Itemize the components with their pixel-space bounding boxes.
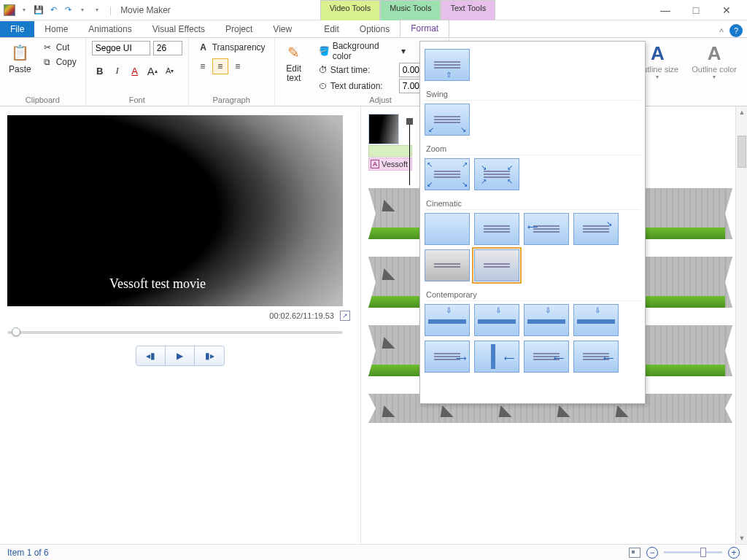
effect-thumb[interactable]: ⟵ bbox=[524, 341, 569, 373]
tab-home[interactable]: Home bbox=[34, 21, 78, 37]
font-color-button[interactable]: A bbox=[127, 63, 143, 79]
fullscreen-button[interactable]: ↗ bbox=[340, 311, 350, 321]
effect-thumb[interactable]: ↖↗↙↘ bbox=[425, 158, 470, 190]
help-button[interactable]: ? bbox=[729, 24, 743, 37]
contextual-tabs: Video Tools Music Tools Text Tools bbox=[320, 0, 495, 20]
font-size-select[interactable] bbox=[153, 41, 182, 55]
tab-animations[interactable]: Animations bbox=[78, 21, 142, 37]
undo-button[interactable]: ↶ bbox=[47, 4, 60, 17]
shrink-font-button[interactable]: A▾ bbox=[162, 63, 178, 79]
scroll-thumb[interactable] bbox=[738, 136, 746, 168]
clip-audio-track bbox=[368, 145, 412, 157]
effects-gallery: ⇧ Swing ↙↘ Zoom ↖↗↙↘ ↘↙↗↖ Cinematic ⟵ ↘ … bbox=[419, 41, 646, 404]
effect-thumb[interactable]: ⇩ bbox=[425, 304, 470, 336]
zoom-slider[interactable] bbox=[664, 551, 722, 553]
transparency-button[interactable]: A Transparency bbox=[195, 41, 268, 54]
group-clipboard: 📋 Paste ✂Cut ⧉Copy Clipboard bbox=[0, 38, 86, 106]
effect-thumb[interactable]: ⟵ bbox=[573, 341, 619, 373]
seek-knob[interactable] bbox=[12, 327, 20, 336]
preview-overlay-text: Vessoft test movie bbox=[109, 276, 206, 292]
scroll-down[interactable]: ▼ bbox=[736, 532, 747, 544]
collapse-ribbon-button[interactable]: ^ bbox=[719, 27, 724, 37]
effect-thumb[interactable]: ⇩ bbox=[573, 304, 619, 336]
minimize-button[interactable]: — bbox=[657, 4, 674, 16]
clock-icon: ⏱ bbox=[319, 65, 328, 75]
effect-thumb[interactable] bbox=[474, 213, 519, 245]
zoom-out-button[interactable]: − bbox=[646, 547, 658, 559]
tab-edit[interactable]: Edit bbox=[314, 21, 349, 37]
bold-button[interactable]: B bbox=[92, 63, 108, 79]
playhead[interactable] bbox=[409, 120, 410, 185]
align-left-button[interactable]: ≡ bbox=[195, 58, 211, 74]
group-label-clipboard: Clipboard bbox=[26, 94, 60, 104]
effect-thumb[interactable]: ⇩ bbox=[524, 304, 569, 336]
align-right-button[interactable]: ≡ bbox=[230, 58, 246, 74]
effect-thumb[interactable] bbox=[425, 249, 470, 281]
view-mode-button[interactable] bbox=[629, 548, 640, 558]
edit-text-button[interactable]: ✎ Edit text bbox=[281, 41, 307, 85]
zoom-in-button[interactable]: + bbox=[728, 547, 740, 559]
qat-caret[interactable]: ▾ bbox=[90, 4, 104, 17]
effect-thumb[interactable]: ↙↘ bbox=[425, 104, 470, 136]
copy-button[interactable]: ⧉Copy bbox=[39, 55, 80, 69]
context-tab-music[interactable]: Music Tools bbox=[380, 0, 441, 20]
transparency-icon: A bbox=[198, 42, 209, 53]
paste-icon: 📋 bbox=[9, 42, 30, 63]
group-label-adjust: Adjust bbox=[369, 94, 392, 104]
gallery-scroll[interactable]: ⇧ Swing ↙↘ Zoom ↖↗↙↘ ↘↙↗↖ Cinematic ⟵ ↘ … bbox=[420, 42, 645, 403]
grow-font-button[interactable]: A▴ bbox=[144, 63, 160, 79]
prev-frame-button[interactable]: ◂▮ bbox=[136, 346, 166, 365]
save-button[interactable]: 💾 bbox=[32, 4, 45, 17]
clip-text-track[interactable]: A Vessoft bbox=[368, 158, 412, 171]
group-font: B I A A▴ A▾ Font bbox=[86, 38, 189, 106]
category-zoom: Zoom bbox=[425, 141, 640, 155]
group-paragraph: A Transparency ≡ ≡ ≡ Paragraph bbox=[189, 38, 275, 106]
maximize-button[interactable]: □ bbox=[687, 4, 705, 16]
timeline-scrollbar[interactable]: ▲ ▼ bbox=[735, 106, 747, 544]
italic-button[interactable]: I bbox=[109, 63, 125, 79]
effect-thumb[interactable]: ⟶ bbox=[425, 341, 470, 373]
outline-size-icon: A bbox=[651, 42, 665, 65]
qat-divider: ▾ bbox=[18, 4, 31, 17]
clip-1[interactable]: A Vessoft bbox=[368, 114, 412, 171]
effect-thumb-selected[interactable] bbox=[474, 249, 519, 281]
seek-bar[interactable] bbox=[7, 331, 343, 334]
category-swing: Swing bbox=[425, 87, 640, 101]
duration-icon: ⏲ bbox=[319, 81, 328, 91]
cut-button[interactable]: ✂Cut bbox=[39, 41, 80, 54]
close-button[interactable]: ✕ bbox=[718, 4, 735, 16]
tab-file[interactable]: File bbox=[0, 21, 34, 37]
context-tab-video[interactable]: Video Tools bbox=[320, 0, 380, 20]
tab-view[interactable]: View bbox=[263, 21, 302, 37]
preview-monitor: Vessoft test movie bbox=[7, 115, 343, 306]
preview-pane: Vessoft test movie 00:02.62/11:19.53 ↗ ◂… bbox=[0, 106, 360, 544]
qat-more[interactable]: ▾ bbox=[76, 4, 89, 17]
status-bar: Item 1 of 6 − + bbox=[0, 544, 747, 560]
text-a-icon: A bbox=[371, 160, 379, 168]
effect-thumb[interactable]: ⇧ bbox=[425, 49, 470, 81]
effect-thumb[interactable]: ↘ bbox=[573, 213, 619, 245]
tab-visual-effects[interactable]: Visual Effects bbox=[142, 21, 215, 37]
context-tab-text[interactable]: Text Tools bbox=[441, 0, 495, 20]
scroll-up[interactable]: ▲ bbox=[736, 106, 747, 118]
zoom-knob[interactable] bbox=[700, 548, 706, 557]
bg-color-dropdown[interactable]: ▾ bbox=[401, 46, 406, 56]
align-center-button[interactable]: ≡ bbox=[212, 58, 228, 74]
effect-thumb[interactable]: ⟵ bbox=[524, 213, 569, 245]
tab-project[interactable]: Project bbox=[215, 21, 263, 37]
play-button[interactable]: ▶ bbox=[166, 346, 195, 365]
tab-options[interactable]: Options bbox=[349, 21, 400, 37]
effect-thumb[interactable]: ↘↙↗↖ bbox=[474, 158, 519, 190]
outline-color-button[interactable]: A Outline color▾ bbox=[687, 41, 741, 82]
redo-button[interactable]: ↷ bbox=[61, 4, 74, 17]
tab-format[interactable]: Format bbox=[400, 20, 449, 37]
paste-button[interactable]: 📋 Paste bbox=[6, 41, 34, 76]
effect-thumb[interactable]: ⟵ bbox=[474, 341, 519, 373]
effect-thumb[interactable] bbox=[425, 213, 470, 245]
paste-label: Paste bbox=[9, 64, 31, 74]
font-name-select[interactable] bbox=[92, 41, 150, 55]
window-title: Movie Maker bbox=[120, 5, 171, 15]
next-frame-button[interactable]: ▮▸ bbox=[195, 346, 224, 365]
outline-color-icon: A bbox=[708, 42, 721, 65]
effect-thumb[interactable]: ⇩ bbox=[474, 304, 519, 336]
